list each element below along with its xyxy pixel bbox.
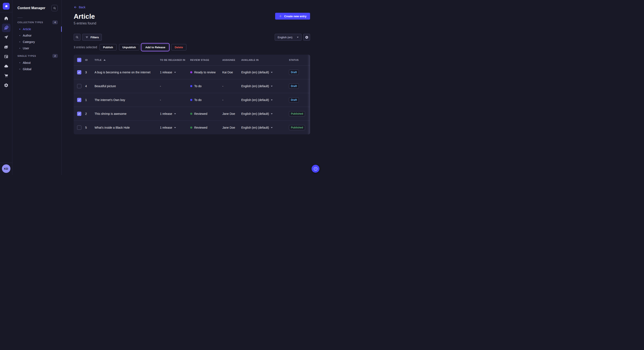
filters-button[interactable]: Filters [82,34,102,41]
check-icon [78,71,81,74]
chevron-down-icon [174,127,176,128]
question-mark-icon: ? [313,167,318,171]
strapi-logo[interactable] [3,3,10,9]
sidebar-item-label: Category [23,40,35,44]
bullet-icon [20,62,20,63]
release-dropdown[interactable]: 1 release [160,71,190,74]
deploy-icon[interactable] [2,62,10,70]
create-new-entry-button[interactable]: Create new entry [275,13,310,19]
col-header-assignee: ASSIGNEE [222,59,241,61]
locale-dropdown[interactable]: English (en) (default) [241,98,289,102]
section-label-single-types: SINGLE TYPES [18,55,36,57]
locale-select[interactable]: English (en) [275,34,302,41]
chevron-down-icon [271,100,272,101]
add-to-release-button[interactable]: Add to Release [142,44,169,50]
row-checkbox[interactable] [77,112,81,116]
view-settings-button[interactable] [303,34,310,41]
chevron-down-icon [174,72,176,73]
sidebar-item-category[interactable]: Category [12,39,62,45]
row-checkbox[interactable] [77,70,81,74]
content-manager-icon[interactable] [2,24,10,32]
row-title: What's inside a Black Hole [94,126,160,129]
strapi-logo-icon [4,4,8,8]
plus-icon [279,14,282,18]
sidebar-item-label: Global [23,67,31,71]
selection-count: 3 entries selected [74,45,97,49]
back-link[interactable]: Back [74,5,86,9]
sidebar-item-user[interactable]: User [12,45,62,51]
table-row: 5 What's inside a Black Hole 1 release R… [74,121,310,134]
arrow-left-icon [74,5,77,9]
help-button[interactable]: ? [312,165,320,173]
indeterminate-icon [78,60,80,60]
check-icon [78,112,81,115]
sidebar-search-button[interactable] [51,5,58,11]
release-cell: - [160,98,190,102]
col-header-available-in: AVAILABLE IN [241,59,289,61]
table-row: 4 Beautiful picture - To do - English (e… [74,79,310,93]
collection-types-count: 4 [52,20,58,24]
sidebar-item-about[interactable]: About [12,59,62,66]
sidebar-divider [18,18,22,18]
assignee-cell: - [222,98,241,102]
table-row: 2 This shrimp is awesome 1 release Revie… [74,107,310,121]
chevron-down-icon [271,86,272,87]
assignee-cell: Kai Doe [222,71,241,74]
sidebar-item-global[interactable]: Global [12,66,62,72]
locale-dropdown[interactable]: English (en) (default) [241,112,289,116]
sidebar-item-label: User [23,47,29,50]
filter-icon [85,35,88,39]
row-title: Beautiful picture [94,84,160,88]
row-id: 3 [85,71,94,74]
unpublish-button[interactable]: Unpublish [119,44,140,50]
main-content: Back Article 5 entries found Create new … [62,0,322,175]
locale-dropdown[interactable]: English (en) (default) [241,71,289,74]
col-header-status: STATUS [289,59,310,61]
review-stage-cell: To do [190,84,222,88]
review-stage-cell: Reviewed [190,112,222,116]
col-header-title[interactable]: TITLE [94,59,160,61]
sidebar-item-label: Article [23,27,31,31]
delete-button[interactable]: Delete [171,44,186,50]
media-library-icon[interactable] [2,43,10,51]
marketplace-icon[interactable] [2,71,10,80]
search-entries-button[interactable] [74,34,80,41]
row-checkbox[interactable] [77,126,81,130]
row-id: 4 [85,84,94,88]
row-title: This shrimp is awesome [94,112,160,116]
home-icon[interactable] [2,14,10,22]
stage-dot [190,85,192,87]
content-type-builder-icon[interactable] [2,52,10,61]
settings-icon[interactable] [2,81,10,90]
release-dropdown[interactable]: 1 release [160,126,190,129]
content-manager-sidebar: Content Manager COLLECTION TYPES 4 Artic… [12,0,62,175]
entries-table: ID TITLE TO BE RELEASED IN REVIEW STAGE … [74,55,310,134]
sidebar-item-article[interactable]: Article [12,26,62,32]
avatar[interactable]: KD [2,164,10,173]
collection-types-list: Article Author Category User [12,26,62,51]
chevron-down-icon [271,113,272,114]
single-types-count: 2 [52,54,58,58]
main-nav-rail: KD [0,0,12,175]
sidebar-item-author[interactable]: Author [12,32,62,39]
stage-dot [190,127,192,129]
review-stage-cell: To do [190,98,222,102]
assignee-cell: - [222,84,241,88]
locale-dropdown[interactable]: English (en) (default) [241,126,289,129]
table-row: 3 A bug is becoming a meme on the intern… [74,65,310,79]
status-badge: Published [289,111,305,116]
bullet-icon [20,29,20,29]
publish-button[interactable]: Publish [100,44,116,50]
sidebar-item-label: About [23,61,31,64]
search-icon [53,6,56,10]
row-checkbox[interactable] [77,98,81,102]
stage-dot [190,113,192,115]
locale-dropdown[interactable]: English (en) (default) [241,84,289,88]
row-checkbox[interactable] [77,84,81,88]
sidebar-title: Content Manager [18,6,45,10]
releases-icon[interactable] [2,33,10,42]
select-all-checkbox[interactable] [77,58,81,62]
entries-count: 5 entries found [74,21,96,26]
release-dropdown[interactable]: 1 release [160,112,190,116]
release-cell: - [160,84,190,88]
